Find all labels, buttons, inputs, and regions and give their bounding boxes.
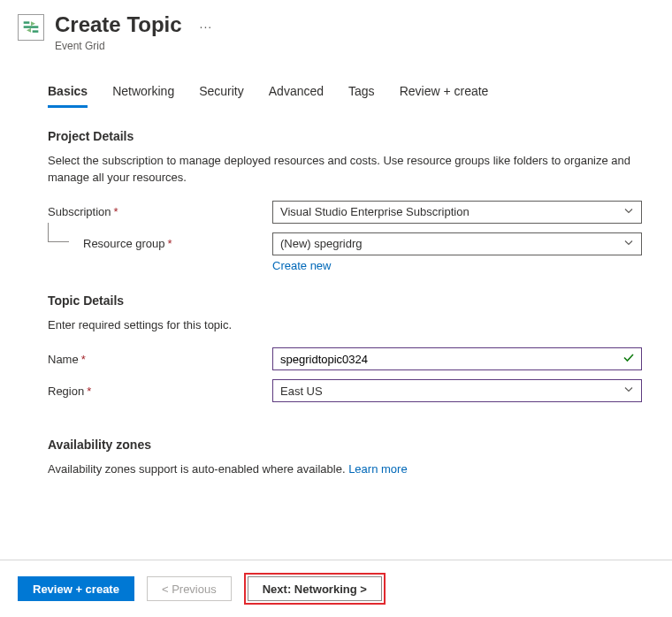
topic-details-description: Enter required settings for this topic. [48, 316, 642, 334]
tab-security[interactable]: Security [199, 84, 244, 108]
availability-zones-description: Availability zones support is auto-enabl… [48, 461, 642, 478]
page-header: Create Topic Event Grid ··· [0, 0, 672, 57]
project-details-heading: Project Details [48, 129, 642, 143]
project-details-description: Select the subscription to manage deploy… [48, 152, 642, 187]
name-label: Name* [48, 353, 272, 366]
highlight-annotation: Next: Networking > [244, 573, 386, 605]
next-button[interactable]: Next: Networking > [248, 576, 382, 601]
region-select[interactable]: East US [272, 379, 642, 402]
page-title: Create Topic [55, 12, 182, 38]
tab-networking[interactable]: Networking [112, 84, 174, 108]
more-menu-button[interactable]: ··· [200, 19, 213, 34]
chevron-down-icon [623, 385, 634, 398]
tabs: Basics Networking Security Advanced Tags… [48, 84, 642, 108]
review-create-button[interactable]: Review + create [18, 576, 134, 601]
svg-rect-1 [24, 26, 39, 28]
svg-rect-2 [33, 30, 39, 33]
create-new-link[interactable]: Create new [272, 259, 642, 272]
subscription-label: Subscription* [48, 205, 272, 218]
tab-tags[interactable]: Tags [348, 84, 375, 108]
availability-zones-heading: Availability zones [48, 438, 642, 452]
event-grid-icon [18, 14, 44, 41]
subscription-select[interactable]: Visual Studio Enterprise Subscription [272, 201, 642, 224]
tab-advanced[interactable]: Advanced [269, 84, 324, 108]
resource-group-label: Resource group* [48, 237, 272, 250]
topic-details-heading: Topic Details [48, 293, 642, 308]
region-label: Region* [48, 385, 272, 398]
learn-more-link[interactable]: Learn more [348, 462, 407, 476]
chevron-down-icon [623, 237, 634, 250]
tree-indent-line [48, 223, 69, 242]
svg-rect-0 [24, 21, 30, 24]
resource-group-select[interactable]: (New) spegridrg [272, 232, 642, 255]
footer: Review + create < Previous Next: Network… [0, 560, 672, 617]
chevron-down-icon [623, 205, 634, 218]
previous-button: < Previous [147, 576, 232, 601]
tab-review[interactable]: Review + create [400, 84, 489, 108]
name-input[interactable] [272, 347, 642, 370]
tab-basics[interactable]: Basics [48, 84, 88, 108]
page-subtitle: Event Grid [55, 40, 182, 52]
